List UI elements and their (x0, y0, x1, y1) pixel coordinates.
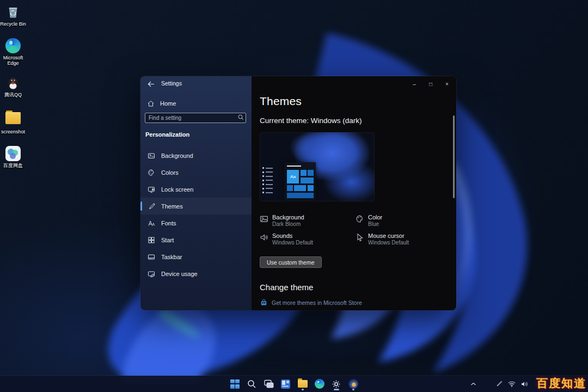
sidebar-item-label: Start (161, 237, 174, 243)
attribute-color: Color Blue (356, 214, 448, 228)
sidebar-item-background[interactable]: Background (140, 147, 252, 164)
settings-sidebar: Settings Home Personalization (140, 76, 252, 310)
search-box (145, 112, 246, 122)
attribute-value: Dark Bloom (272, 221, 304, 228)
gear-icon (332, 379, 341, 389)
desktop-icon-label: Recycle Bin (0, 21, 26, 27)
hidden-icons-button[interactable] (470, 376, 476, 392)
use-custom-theme-button[interactable]: Use custom theme (260, 256, 322, 268)
windows-start-icon (230, 379, 240, 389)
sidebar-item-label: Themes (161, 203, 183, 210)
sidebar-item-lock-screen[interactable]: Lock screen (140, 181, 252, 198)
desktop-icon-baidu-netdisk[interactable]: 百度网盘 (0, 146, 26, 168)
sidebar-item-home[interactable]: Home (143, 97, 249, 110)
attribute-background: Background Dark Bloom (260, 214, 352, 228)
get-more-themes-link[interactable]: Get more themes in Microsoft Store (260, 299, 362, 306)
start-button[interactable] (229, 377, 241, 391)
task-view-icon (264, 379, 274, 389)
search-button[interactable] (246, 377, 258, 391)
attribute-value: Windows Default (368, 240, 409, 246)
preview-start-menu: Aa (284, 162, 316, 201)
current-theme-text: Current theme: Windows (dark) (260, 117, 362, 125)
fonts-icon (148, 219, 155, 227)
microsoft-store-icon (260, 299, 267, 306)
sounds-icon (260, 233, 268, 242)
change-theme-heading: Change theme (260, 283, 313, 292)
widgets-icon (281, 379, 290, 389)
attribute-label: Mouse cursor (368, 232, 409, 240)
pen-icon (496, 381, 503, 387)
background-icon (260, 215, 268, 223)
app-button[interactable] (347, 377, 359, 391)
settings-button[interactable] (330, 377, 342, 391)
attribute-sounds: Sounds Windows Default (260, 232, 352, 246)
device-usage-icon (148, 270, 155, 278)
background-icon (148, 152, 155, 160)
search-icon[interactable] (238, 114, 244, 120)
sidebar-item-fonts[interactable]: Fonts (140, 215, 252, 231)
settings-main-panel: – □ × Themes Current theme: Windows (dar… (252, 76, 456, 310)
sidebar-item-label: Taskbar (161, 254, 182, 260)
sidebar-item-label: Lock screen (161, 186, 193, 193)
taskbar-center-icons (229, 376, 359, 392)
desktop-icon-screenshot[interactable]: screenshot (0, 110, 26, 134)
recycle-bin-icon (5, 3, 21, 20)
search-input[interactable] (145, 113, 246, 123)
minimize-button[interactable]: – (408, 79, 420, 89)
store-link-label: Get more themes in Microsoft Store (272, 299, 362, 306)
sidebar-item-themes[interactable]: Themes (140, 198, 252, 215)
themes-icon (148, 203, 155, 210)
settings-window: Settings Home Personalization (140, 76, 456, 310)
search-icon (247, 379, 256, 389)
qq-icon (5, 75, 21, 90)
file-explorer-button[interactable] (296, 377, 309, 391)
edge-icon (315, 379, 324, 389)
desktop-icon-qq[interactable]: 腾讯QQ (0, 75, 26, 97)
sidebar-item-label: Colors (161, 169, 179, 176)
start-icon (148, 236, 155, 244)
widgets-button[interactable] (279, 377, 292, 391)
window-title: Settings (161, 80, 182, 87)
scrollbar[interactable] (453, 115, 455, 198)
file-explorer-icon (298, 380, 308, 388)
lock-screen-icon (148, 186, 155, 193)
sidebar-item-label: Home (160, 100, 176, 107)
close-button[interactable]: × (441, 79, 453, 89)
desktop-icon-edge[interactable]: Microsoft Edge (0, 38, 26, 66)
colors-icon (148, 169, 155, 176)
app-icon (348, 379, 358, 389)
back-arrow-icon (148, 81, 155, 87)
sidebar-item-start[interactable]: Start (140, 231, 252, 248)
sidebar-section-header: Personalization (145, 131, 189, 138)
desktop-icon-recycle-bin[interactable]: Recycle Bin (0, 3, 26, 27)
sidebar-item-taskbar[interactable]: Taskbar (140, 248, 252, 265)
folder-icon (5, 112, 21, 127)
sidebar-item-colors[interactable]: Colors (140, 164, 252, 181)
attribute-mouse-cursor: Mouse cursor Windows Default (356, 232, 448, 246)
attribute-label: Background (272, 214, 304, 221)
task-view-button[interactable] (262, 377, 275, 391)
maximize-button[interactable]: □ (425, 79, 437, 89)
attribute-value: Blue (368, 221, 382, 228)
volume-icon (521, 381, 528, 387)
page-title: Themes (260, 95, 302, 108)
sidebar-item-device-usage[interactable]: Device usage (140, 265, 252, 282)
theme-preview: Aa (260, 132, 375, 201)
desktop: Recycle Bin Microsoft Edge 腾讯QQ screensh… (0, 0, 588, 392)
attribute-label: Sounds (272, 232, 313, 240)
preview-desktop-icons (262, 167, 273, 196)
chevron-up-icon (470, 382, 476, 386)
watermark: 百度知道 (536, 376, 586, 391)
edge-icon (5, 38, 21, 53)
baidu-netdisk-icon (5, 146, 21, 161)
desktop-icon-label: Microsoft Edge (0, 55, 26, 66)
system-tray[interactable] (496, 376, 528, 392)
sidebar-item-label: Device usage (161, 271, 198, 277)
back-button[interactable] (145, 78, 157, 89)
preview-aa-tile: Aa (287, 170, 299, 183)
color-icon (356, 215, 364, 223)
desktop-icon-label: screenshot (0, 129, 26, 134)
edge-button[interactable] (313, 377, 326, 391)
taskbar (0, 376, 588, 392)
desktop-icon-label: 腾讯QQ (0, 92, 26, 97)
